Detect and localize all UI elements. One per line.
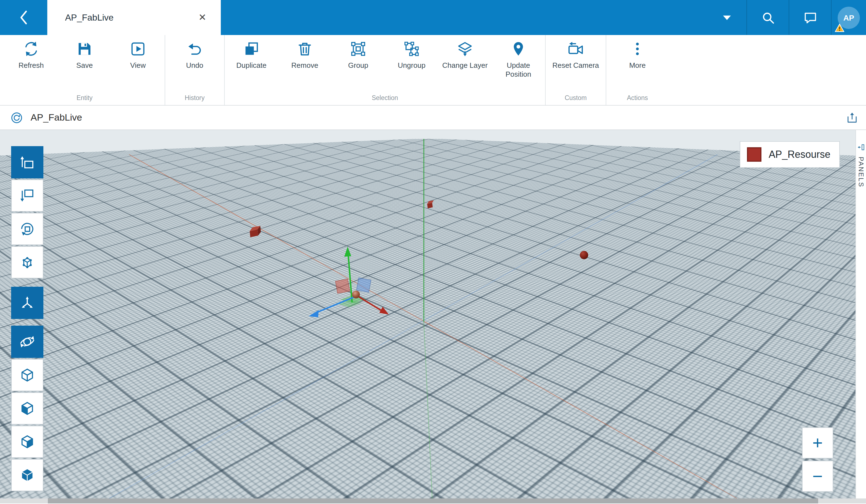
camera-reset-icon [567, 41, 584, 57]
toolbar-group-actions: More Actions [606, 35, 668, 105]
red-box-2[interactable] [427, 200, 434, 208]
view-cube-solid[interactable] [11, 459, 43, 491]
tool-insert-down[interactable] [11, 180, 43, 212]
red-box-1[interactable] [250, 226, 261, 237]
scene-overlay [0, 130, 855, 499]
refresh-label: Refresh [18, 61, 44, 70]
tab-title: AP_FabLive [65, 12, 195, 23]
axes-icon [19, 295, 36, 311]
legend-ap-resourse: AP_Resourse [740, 141, 840, 168]
tool-translate-gizmo[interactable] [11, 287, 43, 319]
ungroup-button[interactable]: Ungroup [385, 35, 438, 93]
gizmo-axis-y [348, 254, 352, 302]
zoom-out-button[interactable]: − [802, 461, 833, 492]
remove-label: Remove [291, 61, 319, 70]
refresh-button[interactable]: Refresh [4, 35, 58, 93]
top-bar: AP_FabLive ✕ AP [0, 0, 866, 35]
map-pin-icon [510, 41, 527, 57]
trash-icon [297, 41, 313, 57]
view-label: View [130, 61, 146, 70]
gizmo-arrow-x [379, 307, 389, 314]
3d-viewport[interactable]: AP_Resourse + − [0, 130, 855, 499]
horizontal-scrollbar[interactable] [0, 499, 866, 503]
ungroup-icon [403, 41, 420, 57]
reset-camera-button[interactable]: Reset Camera [546, 35, 606, 93]
search-icon [760, 10, 775, 25]
view-button[interactable]: View [111, 35, 165, 93]
export-up-icon[interactable] [846, 112, 858, 124]
scrollbar-thumb[interactable] [48, 499, 818, 503]
ellipsis-vertical-icon [629, 41, 646, 57]
tab-dropdown-button[interactable] [708, 0, 746, 35]
group-label-custom: Custom [546, 93, 606, 105]
topbar-spacer [221, 0, 708, 35]
main-toolbar: Refresh Save View Entity Undo [0, 35, 866, 106]
save-label: Save [76, 61, 92, 70]
sync-circle-icon[interactable] [10, 111, 23, 124]
insert-down-icon [19, 187, 36, 204]
app-window: AP_FabLive ✕ AP Refresh [0, 0, 866, 504]
collapse-left-icon [857, 144, 865, 151]
comment-bubble-icon [803, 10, 817, 25]
remove-button[interactable]: Remove [278, 35, 332, 93]
reset-camera-label: Reset Camera [552, 61, 599, 70]
duplicate-label: Duplicate [236, 61, 266, 70]
change-layer-icon [457, 41, 473, 57]
group-label: Group [348, 61, 368, 70]
view-cube-wire[interactable] [11, 359, 43, 391]
tool-insert-up[interactable] [11, 146, 43, 179]
chat-button[interactable] [789, 0, 831, 35]
group-button[interactable]: Group [332, 35, 385, 93]
cube-right-face-icon [19, 433, 36, 450]
main-area: AP_Resourse + − PANELS [0, 130, 866, 499]
bounding-box-icon [19, 254, 36, 271]
undo-label: Undo [186, 61, 203, 70]
legend-color-swatch [747, 147, 762, 162]
view-play-icon [130, 41, 146, 57]
group-label-actions: Actions [606, 93, 668, 105]
tool-orbit[interactable] [11, 325, 43, 358]
gizmo-plane-yz-blue [356, 278, 371, 292]
chevron-left-icon [20, 10, 28, 25]
save-icon [76, 41, 93, 57]
tab-ap-fablive[interactable]: AP_FabLive ✕ [47, 0, 221, 35]
change-layer-button[interactable]: Change Layer [438, 35, 492, 93]
back-button[interactable] [0, 0, 47, 35]
save-button[interactable]: Save [58, 35, 111, 93]
more-button[interactable]: More [606, 35, 668, 93]
undo-button[interactable]: Undo [165, 35, 224, 93]
tab-close-icon[interactable]: ✕ [195, 10, 210, 25]
ungroup-label: Ungroup [398, 61, 425, 70]
tool-bounding-box[interactable] [11, 246, 43, 278]
caret-down-icon [722, 15, 731, 20]
undo-icon [186, 41, 203, 57]
view-cube-right[interactable] [11, 426, 43, 458]
group-label-selection: Selection [225, 93, 545, 105]
toolbar-group-custom: Reset Camera Custom [545, 35, 606, 105]
search-button[interactable] [746, 0, 789, 35]
axis-y-ground-line [424, 322, 432, 499]
group-label-history: History [165, 93, 224, 105]
toolbar-group-entity: Refresh Save View Entity [4, 35, 165, 105]
cube-solid-icon [19, 467, 36, 483]
more-label: More [629, 61, 645, 70]
panels-tab[interactable]: PANELS [855, 130, 866, 499]
transform-gizmo[interactable] [309, 247, 389, 317]
insert-up-icon [19, 154, 36, 171]
axis-x-line [129, 154, 737, 499]
cube-left-face-icon [19, 400, 36, 417]
view-cube-left[interactable] [11, 392, 43, 425]
duplicate-button[interactable]: Duplicate [225, 35, 278, 93]
update-position-button[interactable]: Update Position [492, 35, 545, 93]
gizmo-center-ball [352, 290, 360, 298]
tool-rotate-object[interactable] [11, 213, 43, 245]
rotate-object-icon [19, 221, 36, 237]
warning-triangle-icon [835, 23, 844, 33]
zoom-in-button[interactable]: + [802, 427, 833, 458]
gizmo-arrow-z [309, 310, 319, 317]
refresh-icon [23, 41, 40, 57]
axis-z-line [109, 154, 718, 499]
view-title: AP_FabLive [31, 112, 82, 123]
red-sphere[interactable] [580, 251, 588, 259]
account-button[interactable]: AP [831, 0, 866, 35]
